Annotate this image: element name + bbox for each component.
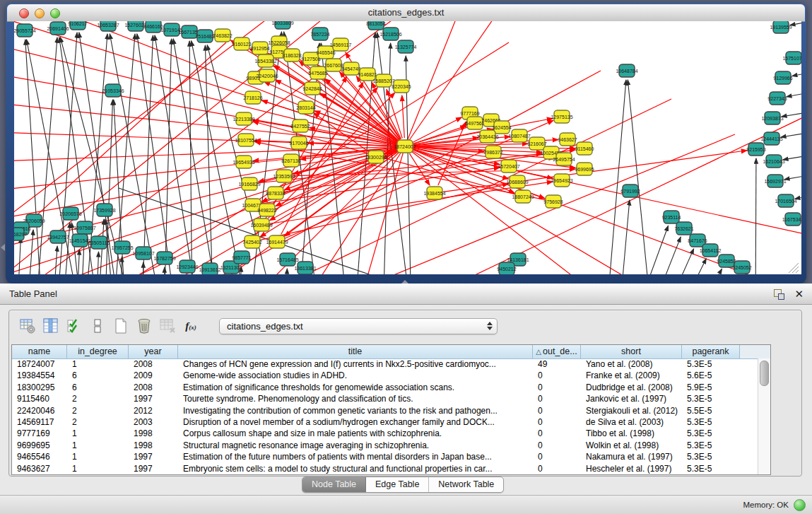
- graph-node[interactable]: 9227343: [767, 92, 787, 105]
- graph-node[interactable]: 19654923: [551, 174, 572, 187]
- graph-node[interactable]: 10648784: [616, 64, 637, 77]
- show-columns-icon[interactable]: [42, 317, 60, 335]
- graph-edge[interactable]: [405, 21, 466, 146]
- column-header-in_degree[interactable]: in_degree: [67, 345, 129, 358]
- vertical-scrollbar[interactable]: [758, 358, 770, 474]
- graph-node[interactable]: 10975887: [73, 221, 95, 234]
- graph-node[interactable]: 8912954: [250, 42, 269, 54]
- graph-node[interactable]: 9450212: [497, 262, 516, 274]
- network-window-titlebar[interactable]: citations_edges.txt: [7, 4, 805, 22]
- graph-edge[interactable]: [619, 200, 630, 274]
- graph-node[interactable]: 8220345: [392, 80, 411, 93]
- graph-node[interactable]: 18300295: [365, 151, 387, 163]
- graph-edge[interactable]: [783, 151, 801, 160]
- graph-edge[interactable]: [308, 143, 396, 146]
- graph-node[interactable]: 12975135: [551, 110, 572, 123]
- graph-node[interactable]: 8427552: [290, 119, 310, 132]
- graph-node[interactable]: 17359928: [93, 204, 115, 216]
- column-header-short[interactable]: short: [581, 345, 682, 358]
- table-row[interactable]: 1938455462009Genome-wide association stu…: [12, 370, 758, 381]
- graph-node[interactable]: 16210643: [763, 155, 784, 168]
- graph-node[interactable]: 13505115: [88, 236, 110, 249]
- deselect-all-icon[interactable]: [88, 317, 107, 335]
- table-mode-icon[interactable]: [18, 317, 37, 335]
- graph-node[interactable]: 9235114: [662, 211, 681, 223]
- graph-node[interactable]: 12213389: [233, 112, 254, 125]
- graph-node[interactable]: 7857234: [310, 28, 329, 40]
- graph-edge[interactable]: [285, 269, 287, 274]
- graph-node[interactable]: 8813054: [366, 21, 385, 30]
- graph-node[interactable]: 8186328: [282, 49, 301, 62]
- graph-node[interactable]: 10653287: [97, 21, 119, 31]
- graph-node[interactable]: 16543382: [254, 54, 276, 67]
- graph-node[interactable]: 9242848: [302, 82, 322, 95]
- graph-node[interactable]: 11325774: [395, 40, 417, 53]
- table-row[interactable]: 1830029562008Estimation of significance …: [12, 382, 758, 393]
- graph-edge[interactable]: [269, 134, 735, 274]
- graph-node[interactable]: 7463822: [213, 29, 232, 42]
- graph-node[interactable]: 22420046: [256, 69, 278, 82]
- graph-node[interactable]: 16914479: [266, 235, 288, 248]
- scrollbar-thumb[interactable]: [760, 361, 769, 386]
- graph-node[interactable]: 6791992: [620, 185, 640, 197]
- table-row[interactable]: 2242004622012Investigating the contribut…: [12, 405, 758, 416]
- graph-node[interactable]: 9170046: [289, 136, 308, 149]
- table-selector[interactable]: citations_edges.txt: [219, 318, 498, 334]
- graph-edge[interactable]: [127, 71, 601, 274]
- graph-edge[interactable]: [784, 171, 801, 180]
- graph-node[interactable]: 18807249: [512, 190, 534, 203]
- graph-edge[interactable]: [164, 267, 165, 274]
- graph-edge[interactable]: [755, 158, 756, 274]
- graph-node[interactable]: 9756928: [543, 195, 563, 208]
- graph-node[interactable]: 9106217: [68, 21, 87, 30]
- column-header-pagerank[interactable]: pagerank: [682, 345, 740, 358]
- delete-columns-icon[interactable]: [135, 317, 153, 335]
- table-row[interactable]: 946362711997Embryonic stem cells: a mode…: [12, 463, 758, 474]
- graph-edge[interactable]: [141, 35, 153, 274]
- graph-edge[interactable]: [792, 68, 801, 76]
- graph-edge[interactable]: [635, 226, 669, 274]
- graph-node[interactable]: 19139559: [770, 21, 792, 33]
- tab-edge-table[interactable]: Edge Table: [366, 477, 429, 492]
- graph-edge[interactable]: [782, 108, 801, 117]
- graph-node[interactable]: 16782759: [153, 252, 175, 264]
- graph-node[interactable]: 7986372: [483, 146, 502, 158]
- graph-node[interactable]: 2803144: [296, 101, 315, 114]
- graph-node[interactable]: 9699695: [575, 163, 594, 175]
- select-all-icon[interactable]: [65, 317, 83, 335]
- graph-node[interactable]: 29055724: [14, 24, 36, 37]
- graph-node[interactable]: 17016504: [775, 194, 796, 207]
- graph-node[interactable]: 9245052: [732, 261, 751, 274]
- table-row[interactable]: 1872400712008Changes of HCN gene express…: [12, 358, 758, 370]
- graph-node[interactable]: 8215953: [746, 143, 765, 156]
- graph-node[interactable]: 10654112: [700, 244, 722, 257]
- float-panel-icon[interactable]: [773, 288, 784, 300]
- sidebar-collapse-handle-icon[interactable]: [1, 244, 5, 251]
- graph-node[interactable]: 21053346: [102, 84, 124, 97]
- graph-node[interactable]: 12923446: [176, 260, 198, 273]
- graph-node[interactable]: 10913612: [199, 263, 220, 274]
- table-row[interactable]: 1456911722003Disruption of a novel membe…: [12, 416, 758, 428]
- resize-grip-icon[interactable]: [792, 267, 799, 273]
- graph-node[interactable]: 16033809: [271, 21, 293, 29]
- close-panel-icon[interactable]: ✕: [794, 288, 804, 300]
- tab-network-table[interactable]: Network Table: [429, 477, 503, 492]
- graph-node[interactable]: 9857771: [232, 251, 251, 264]
- graph-node[interactable]: 14569117: [330, 38, 352, 51]
- graph-node[interactable]: 15751074: [782, 52, 801, 64]
- graph-node[interactable]: 20364436: [476, 130, 498, 143]
- graph-node[interactable]: 15218506: [379, 28, 401, 40]
- graph-edge[interactable]: [649, 237, 681, 274]
- table-row[interactable]: 911546021997Tourette syndrome. Phenomeno…: [12, 393, 758, 404]
- graph-node[interactable]: 26495754: [553, 153, 575, 165]
- table-row[interactable]: 946554611997Estimation of the future num…: [12, 451, 758, 462]
- graph-node[interactable]: 12444135: [760, 132, 782, 145]
- graph-node[interactable]: 2718126: [243, 91, 262, 104]
- graph-edge[interactable]: [402, 95, 405, 138]
- graph-node[interactable]: 19384554: [423, 187, 445, 199]
- graph-edge[interactable]: [606, 80, 626, 274]
- graph-edge[interactable]: [14, 21, 283, 233]
- column-header-name[interactable]: name: [12, 345, 67, 358]
- function-builder-icon[interactable]: f(x): [182, 317, 200, 335]
- column-header-year[interactable]: year: [129, 345, 178, 358]
